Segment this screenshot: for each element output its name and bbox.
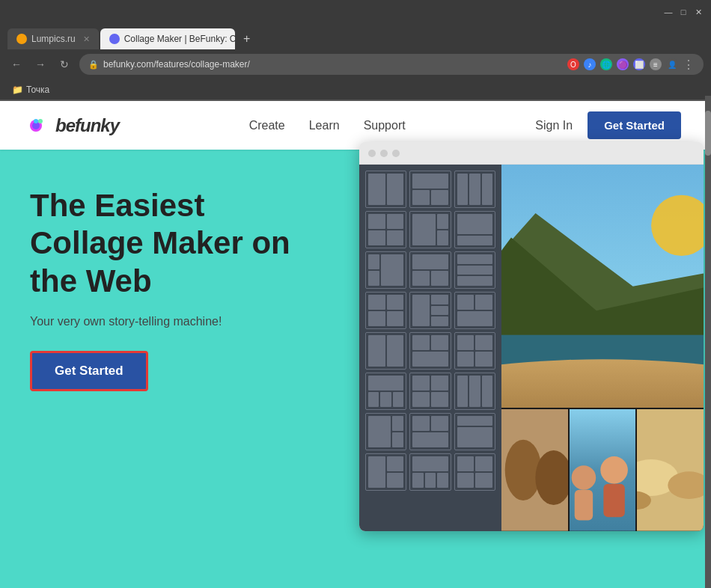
- tab-favicon-active: [109, 34, 120, 44]
- hero-title: The Easiest Collage Maker on the Web: [30, 187, 314, 300]
- svg-rect-15: [574, 490, 592, 521]
- template-r5b[interactable]: [409, 332, 451, 370]
- svg-rect-17: [603, 484, 624, 518]
- maximize-button[interactable]: □: [678, 7, 689, 17]
- tab-close-icon[interactable]: ✕: [83, 34, 90, 44]
- hero-subtitle: Your very own story-telling machine!: [30, 315, 314, 328]
- hero-get-started-button[interactable]: Get Started: [30, 351, 148, 391]
- preview-dot-3: [392, 150, 400, 157]
- preview-body: [359, 165, 704, 531]
- template-mix1[interactable]: [409, 211, 451, 248]
- template-r4a[interactable]: [365, 292, 406, 329]
- svg-point-11: [505, 440, 542, 500]
- template-r4c[interactable]: [454, 292, 495, 329]
- svg-point-9: [501, 359, 704, 408]
- address-bar[interactable]: 🔒 befunky.com/features/collage-maker/ O …: [79, 54, 704, 75]
- template-grid3[interactable]: [454, 171, 495, 208]
- template-r3b[interactable]: [409, 251, 451, 289]
- preview-dot-2: [380, 150, 388, 157]
- preview-dot-1: [368, 150, 376, 157]
- template-r7b[interactable]: [409, 413, 451, 450]
- preview-titlebar: [359, 142, 704, 165]
- template-r6c[interactable]: [454, 373, 495, 410]
- template-row-3: [365, 251, 495, 289]
- minimize-button[interactable]: —: [663, 7, 674, 17]
- address-icons: O ♪ 🌐 🟣 ⬜ ≡ 👤 ⋮: [567, 58, 695, 72]
- template-4grid[interactable]: [365, 211, 406, 248]
- logo-icon: [30, 114, 52, 137]
- template-r8a[interactable]: [365, 453, 406, 491]
- hero-left: The Easiest Collage Maker on the Web You…: [30, 187, 314, 391]
- bookmark-bar: 📁 Точка: [0, 79, 711, 100]
- template-r3c[interactable]: [454, 251, 495, 289]
- photo-beach-slot: [501, 165, 704, 408]
- photo-kids-slot: [570, 409, 636, 531]
- template-3col[interactable]: [409, 171, 451, 208]
- template-r8c[interactable]: [454, 453, 495, 491]
- photo-beach: [501, 165, 704, 408]
- template-row-5: [365, 332, 495, 370]
- tab-label-active: Collage Maker | BeFunky: Create...: [124, 34, 235, 44]
- template-row-6: [365, 373, 495, 410]
- svg-point-16: [600, 456, 628, 484]
- bookmark-label: Точка: [26, 85, 49, 95]
- nav-get-started-button[interactable]: Get Started: [588, 111, 681, 139]
- icon-o: O: [567, 58, 579, 70]
- icon-g: 🌐: [600, 58, 612, 70]
- template-r5c[interactable]: [454, 332, 495, 370]
- bookmark-item[interactable]: 📁 Точка: [7, 85, 54, 95]
- template-row-8: [365, 453, 495, 491]
- window-controls: — □ ✕: [663, 7, 704, 17]
- template-r6a[interactable]: [365, 373, 406, 410]
- photo-feet-slot: [501, 409, 568, 531]
- nav-support[interactable]: Support: [364, 119, 406, 132]
- bottom-photos: [501, 409, 704, 531]
- template-row-2: [365, 211, 495, 248]
- photo-shells-slot: [637, 409, 704, 531]
- template-row-7: [365, 413, 495, 450]
- template-row-4: [365, 292, 495, 329]
- template-r7a[interactable]: [365, 413, 406, 450]
- nav-learn[interactable]: Learn: [309, 119, 340, 132]
- template-r5a[interactable]: [365, 332, 406, 370]
- title-bar: — □ ✕: [0, 0, 711, 24]
- tab-bar: Lumpics.ru ✕ Collage Maker | BeFunky: Cr…: [0, 24, 711, 49]
- templates-panel: [359, 165, 501, 531]
- tab-befunky[interactable]: Collage Maker | BeFunky: Create... ✕: [100, 28, 235, 49]
- nav-links: Create Learn Support: [249, 119, 406, 132]
- icon-p: 🟣: [617, 58, 629, 70]
- refresh-button[interactable]: ↻: [55, 55, 73, 73]
- website-content: befunky Create Learn Support Sign In Get…: [0, 101, 711, 588]
- tab-favicon: [16, 34, 27, 44]
- close-button[interactable]: ✕: [693, 7, 704, 17]
- tab-lumpics[interactable]: Lumpics.ru ✕: [7, 28, 99, 49]
- forward-button[interactable]: →: [31, 55, 49, 73]
- template-mix2[interactable]: [454, 211, 495, 248]
- scrollbar[interactable]: [705, 96, 711, 588]
- scrollbar-thumb[interactable]: [705, 111, 711, 156]
- url-text: befunky.com/features/collage-maker/: [103, 59, 563, 70]
- browser-menu-icon[interactable]: ⋮: [683, 58, 695, 72]
- icon-b: ♪: [584, 58, 596, 70]
- icon-profile: 👤: [666, 58, 678, 70]
- template-2col[interactable]: [365, 171, 406, 208]
- back-button[interactable]: ←: [7, 55, 25, 73]
- icon-ext: ⬜: [633, 58, 645, 70]
- address-bar-row: ← → ↻ 🔒 befunky.com/features/collage-mak…: [0, 49, 711, 79]
- collage-area: [501, 165, 704, 531]
- browser-chrome: — □ ✕ Lumpics.ru ✕ Collage Maker | BeFun…: [0, 0, 711, 101]
- sign-in-link[interactable]: Sign In: [535, 119, 573, 132]
- nav-create[interactable]: Create: [249, 119, 285, 132]
- svg-point-14: [571, 466, 596, 491]
- template-r3a[interactable]: [365, 251, 406, 289]
- logo: befunky: [30, 114, 119, 137]
- template-r7c[interactable]: [454, 413, 495, 450]
- template-r6b[interactable]: [409, 373, 451, 410]
- new-tab-button[interactable]: +: [237, 28, 257, 49]
- template-row-1: [365, 171, 495, 208]
- icon-menu: ≡: [650, 58, 662, 70]
- tab-label: Lumpics.ru: [31, 34, 76, 44]
- template-r8b[interactable]: [409, 453, 451, 491]
- hero-section: The Easiest Collage Maker on the Web You…: [0, 150, 711, 588]
- template-r4b[interactable]: [409, 292, 451, 329]
